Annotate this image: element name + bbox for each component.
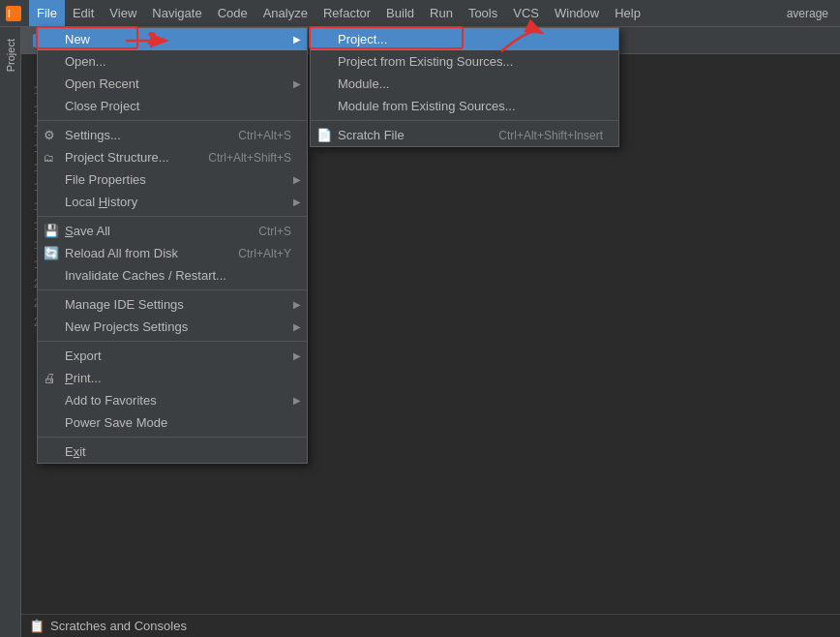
menu-item-project-structure[interactable]: 🗂 Project Structure... Ctrl+Alt+Shift+S xyxy=(38,146,307,168)
new-submenu-project[interactable]: Project... xyxy=(311,28,618,50)
reload-icon: 🔄 xyxy=(44,246,59,260)
sep3 xyxy=(38,289,307,290)
menubar-run[interactable]: Run xyxy=(422,0,461,26)
menu-item-manage-ide[interactable]: Manage IDE Settings ▶ xyxy=(38,293,307,316)
project-structure-icon: 🗂 xyxy=(44,152,54,164)
save-icon: 💾 xyxy=(44,224,59,238)
submenu-arrow-open-recent: ▶ xyxy=(293,78,301,89)
scratches-consoles-bar[interactable]: 📋 Scratches and Consoles xyxy=(21,614,840,637)
new-submenu-scratch-file[interactable]: 📄 Scratch File Ctrl+Alt+Shift+Insert xyxy=(311,124,618,146)
menubar-build[interactable]: Build xyxy=(378,0,422,26)
submenu-arrow-new-projects: ▶ xyxy=(293,321,301,332)
menubar-help[interactable]: Help xyxy=(607,0,648,26)
menu-item-save-all[interactable]: 💾 Save All Ctrl+S xyxy=(38,220,307,242)
menu-item-invalidate-caches[interactable]: Invalidate Caches / Restart... xyxy=(38,264,307,287)
menu-item-export[interactable]: Export ▶ xyxy=(38,345,307,367)
menu-item-add-to-favorites[interactable]: Add to Favorites ▶ xyxy=(38,389,307,411)
scratch-file-icon: 📄 xyxy=(316,128,332,142)
scratches-icon: 📋 xyxy=(29,619,45,633)
new-submenu-module[interactable]: Module... xyxy=(311,73,618,95)
menubar-file[interactable]: File xyxy=(29,0,65,26)
menu-item-new[interactable]: ▶ New xyxy=(38,28,307,50)
menubar-edit[interactable]: Edit xyxy=(65,0,102,26)
sidebar-project-label[interactable]: Project xyxy=(5,31,16,79)
new-submenu: Project... Project from Existing Sources… xyxy=(310,27,619,147)
sep5 xyxy=(38,437,307,438)
menubar-navigate[interactable]: Navigate xyxy=(144,0,209,26)
print-icon: 🖨 xyxy=(44,371,56,385)
user-label: average xyxy=(787,7,836,20)
svg-text:I: I xyxy=(8,9,11,19)
menu-item-print[interactable]: 🖨 Print... xyxy=(38,367,307,389)
menu-item-reload-all[interactable]: 🔄 Reload All from Disk Ctrl+Alt+Y xyxy=(38,242,307,264)
scratches-label: Scratches and Consoles xyxy=(50,619,187,633)
menu-item-file-properties[interactable]: File Properties ▶ xyxy=(38,168,307,191)
settings-icon: ⚙ xyxy=(44,128,55,142)
menu-item-power-save[interactable]: Power Save Mode xyxy=(38,411,307,434)
sep1 xyxy=(38,120,307,121)
app-logo: I xyxy=(4,4,23,23)
new-submenu-module-from-sources[interactable]: Module from Existing Sources... xyxy=(311,95,618,117)
menubar-window[interactable]: Window xyxy=(547,0,607,26)
menubar-tools[interactable]: Tools xyxy=(461,0,505,26)
menu-item-close-project[interactable]: Close Project xyxy=(38,95,307,117)
menubar-analyze[interactable]: Analyze xyxy=(255,0,315,26)
sidebar: Project xyxy=(0,27,21,637)
menu-item-local-history[interactable]: Local History ▶ xyxy=(38,191,307,213)
new-submenu-sep1 xyxy=(311,120,618,121)
menu-item-settings[interactable]: ⚙ Settings... Ctrl+Alt+S xyxy=(38,124,307,146)
submenu-arrow-file-props: ▶ xyxy=(293,174,301,185)
submenu-arrow-favorites: ▶ xyxy=(293,395,301,406)
menubar-view[interactable]: View xyxy=(102,0,144,26)
menu-item-open[interactable]: Open... xyxy=(38,50,307,73)
menu-item-new-projects-settings[interactable]: New Projects Settings ▶ xyxy=(38,316,307,338)
sep2 xyxy=(38,216,307,217)
menu-item-exit[interactable]: Exit xyxy=(38,440,307,463)
submenu-arrow-new: ▶ xyxy=(293,34,301,45)
menubar-vcs[interactable]: VCS xyxy=(505,0,547,26)
menu-item-open-recent[interactable]: Open Recent ▶ xyxy=(38,73,307,95)
file-dropdown-menu: ▶ New Open... Open Recent ▶ Close Projec… xyxy=(37,27,308,464)
new-submenu-project-from-sources[interactable]: Project from Existing Sources... xyxy=(311,50,618,73)
submenu-arrow-export: ▶ xyxy=(293,350,301,361)
menubar-refactor[interactable]: Refactor xyxy=(315,0,378,26)
menubar-code[interactable]: Code xyxy=(210,0,255,26)
menubar: I File Edit View Navigate Code Analyze R… xyxy=(0,0,840,27)
submenu-arrow-local-history: ▶ xyxy=(293,197,301,207)
submenu-arrow-manage-ide: ▶ xyxy=(293,299,301,310)
sep4 xyxy=(38,341,307,342)
